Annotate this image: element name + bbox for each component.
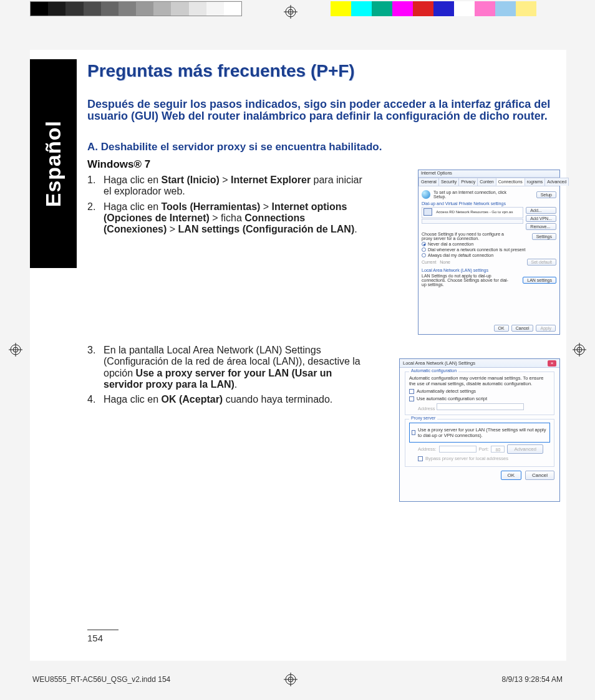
setup-button[interactable]: Setup (536, 191, 556, 198)
remove-button[interactable]: Remove... (526, 223, 556, 230)
step-1: 1. Haga clic en Start (Inicio) > Interne… (87, 175, 369, 198)
language-tab-label: Español (41, 120, 65, 207)
ok-button[interactable]: OK (494, 325, 509, 332)
page-number: 154 (87, 630, 119, 643)
monitor-icon (423, 208, 432, 216)
step-text: Haga clic en OK (Aceptar) cuando haya te… (104, 394, 332, 405)
choose-text: Choose Settings if you need to configure… (422, 232, 509, 241)
registration-mark-icon (9, 343, 22, 357)
step-number: 2. (87, 201, 104, 236)
radio-always-dial[interactable]: Always dial my default connection (422, 253, 556, 257)
proxy-port-field: 80 (491, 446, 505, 453)
steps-list-2: 3. En la pantalla Local Area Network (LA… (87, 345, 369, 406)
checkbox-bypass: Bypass proxy server for local addresses (418, 456, 550, 461)
dialog-title: Internet Options (418, 170, 559, 178)
lan-header: Local Area Network (LAN) settings (422, 268, 556, 272)
step-text: En la pantalla Local Area Network (LAN) … (104, 345, 369, 391)
step-3: 3. En la pantalla Local Area Network (LA… (87, 345, 369, 391)
settings-button[interactable]: Settings (532, 233, 556, 240)
screenshot-lan-settings: Local Area Network (LAN) Settings × Auto… (399, 358, 560, 502)
tab-privacy[interactable]: Privacy (458, 178, 478, 186)
tab-advanced[interactable]: Advanced (544, 178, 569, 186)
step-2: 2. Haga clic en Tools (Herramientas) > I… (87, 201, 369, 236)
section-a-heading: A. Deshabilite el servidor proxy si se e… (87, 141, 561, 153)
setup-text: To set up an Internet connection, click … (433, 190, 515, 199)
registration-mark-icon (284, 5, 298, 19)
group-auto-config: Automatic configuration Automatic config… (405, 372, 554, 415)
advanced-button: Advanced (507, 444, 543, 454)
globe-icon (422, 190, 430, 199)
page-title: Preguntas más frecuentes (P+F) (87, 61, 561, 81)
radio-never-dial[interactable]: Never dial a connection (422, 242, 556, 246)
windows-label: Windows® 7 (87, 158, 561, 171)
cancel-button[interactable]: Cancel (511, 325, 534, 332)
step-number: 3. (87, 345, 104, 391)
checkbox-auto-script[interactable]: Use automatic configuration script (409, 396, 550, 401)
dialog-title: Local Area Network (LAN) Settings (403, 360, 475, 366)
language-tab: Español (30, 59, 77, 268)
auto-config-text: Automatic configuration may override man… (409, 375, 550, 386)
set-default-button: Set default (527, 259, 556, 266)
steps-list-1: 1. Haga clic en Start (Inicio) > Interne… (87, 175, 369, 236)
footer-timestamp: 8/9/13 9:28:54 AM (502, 675, 563, 684)
tab-programs[interactable]: rograms (525, 178, 546, 186)
address-field (437, 403, 524, 410)
lan-settings-button[interactable]: LAN settings (523, 277, 556, 284)
footer-filename: WEU8555_RT-AC56U_QSG_v2.indd 154 (32, 675, 170, 684)
step-text: Haga clic en Start (Inicio) > Internet E… (104, 175, 369, 198)
group-proxy: Proxy server Use a proxy server for your… (405, 419, 554, 467)
print-footer: WEU8555_RT-AC56U_QSG_v2.indd 154 8/9/13 … (32, 675, 563, 684)
tab-security[interactable]: Security (438, 178, 459, 186)
tab-content[interactable]: Conten (477, 178, 496, 186)
close-icon[interactable]: × (548, 360, 556, 367)
page-body: Español Preguntas más frecuentes (P+F) D… (30, 50, 566, 661)
ok-button[interactable]: OK (501, 471, 522, 480)
tab-connections[interactable]: Connections (496, 178, 525, 186)
add-vpn-button[interactable]: Add VPN... (526, 215, 556, 222)
tab-general[interactable]: General (418, 178, 439, 186)
screenshot-internet-options: Internet Options General Security Privac… (418, 170, 560, 335)
step-number: 4. (87, 394, 104, 405)
subtitle: Después de seguir los pasos indicados, s… (87, 98, 561, 122)
checkbox-auto-detect[interactable]: Automatically detect settings (409, 388, 550, 394)
tabs-row: General Security Privacy Conten Connecti… (418, 178, 559, 186)
step-4: 4. Haga clic en OK (Aceptar) cuando haya… (87, 394, 369, 405)
registration-mark-icon (573, 343, 586, 357)
proxy-address-field (439, 446, 476, 453)
step-number: 1. (87, 175, 104, 198)
lan-text: LAN Settings do not apply to dial-up con… (422, 274, 509, 287)
dialup-header: Dial-up and Virtual Private Network sett… (422, 201, 556, 206)
step-text: Haga clic en Tools (Herramientas) > Inte… (104, 201, 369, 236)
add-button[interactable]: Add... (526, 207, 556, 214)
cancel-button[interactable]: Cancel (525, 471, 554, 480)
radio-dial-when[interactable]: Dial whenever a network connection is no… (422, 247, 556, 252)
color-calibration-strip (331, 1, 536, 16)
grayscale-calibration-strip (30, 1, 242, 16)
apply-button: Apply (536, 325, 556, 332)
connections-list[interactable]: Access RD Network Resources - Go to vpn.… (422, 207, 523, 218)
checkbox-use-proxy[interactable]: Use a proxy server for your LAN (These s… (412, 427, 548, 438)
